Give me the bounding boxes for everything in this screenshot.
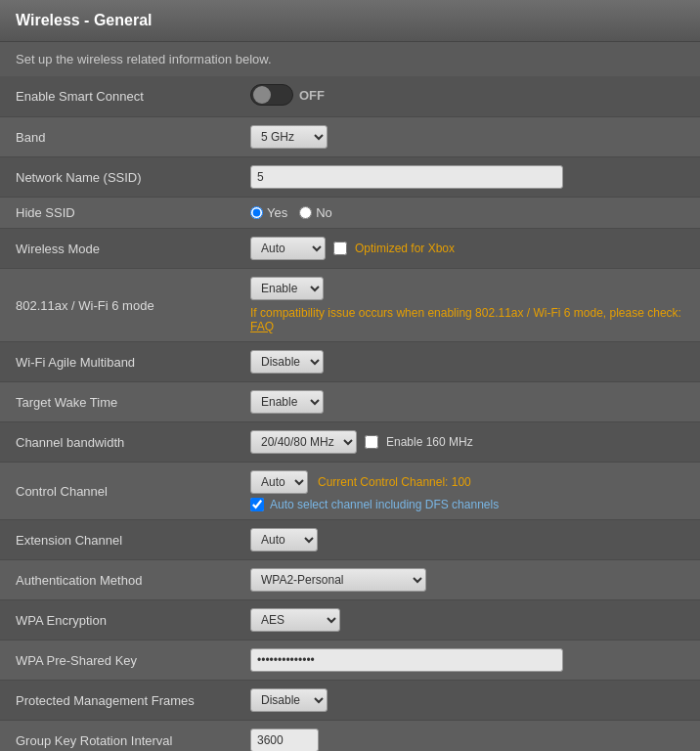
wifi6-info: If compatibility issue occurs when enabl… [250, 306, 684, 333]
ssid-label: Network Name (SSID) [0, 157, 235, 198]
hide-ssid-group: Yes No [250, 205, 684, 220]
pmf-label: Protected Management Frames [0, 681, 235, 721]
group-key-input[interactable] [250, 729, 319, 751]
band-label: Band [0, 117, 235, 157]
extension-channel-select[interactable]: Auto Above Below [250, 528, 318, 552]
hide-ssid-yes-label: Yes [267, 205, 287, 220]
extension-channel-label: Extension Channel [0, 520, 235, 560]
target-wake-select[interactable]: Enable Disable [250, 390, 324, 414]
auth-method-select[interactable]: WPA2-Personal WPA-Personal WPA3-Personal… [250, 568, 426, 592]
auth-method-label: Authentication Method [0, 560, 235, 600]
page-subtitle: Set up the wireless related information … [16, 52, 272, 66]
band-select[interactable]: 2.4 GHz 5 GHz 6 GHz [250, 125, 328, 149]
control-channel-label: Control Channel [0, 463, 235, 520]
wpa-encryption-label: WPA Encryption [0, 600, 235, 641]
group-key-label: Group Key Rotation Interval [0, 721, 235, 752]
channel-bw-label: Channel bandwidth [0, 422, 235, 463]
optimized-xbox-checkbox[interactable] [333, 242, 347, 255]
current-channel-text: Current Control Channel: 100 [318, 475, 471, 489]
ssid-input[interactable] [250, 165, 563, 189]
wireless-mode-label: Wireless Mode [0, 229, 235, 269]
auto-dfs-checkbox[interactable] [250, 498, 264, 511]
wpa-encryption-select[interactable]: AES TKIP TKIP+AES [250, 608, 340, 632]
smart-connect-toggle[interactable]: OFF [250, 84, 325, 106]
page-title: Wireless - General [16, 12, 684, 29]
wifi6-select[interactable]: Enable Disable [250, 277, 324, 300]
channel-bw-select[interactable]: 20/40/80 MHz 20 MHz 40 MHz 80 MHz 160 MH… [250, 430, 357, 454]
hide-ssid-no-radio[interactable] [299, 206, 312, 219]
wpa-key-label: WPA Pre-Shared Key [0, 641, 235, 681]
wifi6-label: 802.11ax / Wi-Fi 6 mode [0, 269, 235, 342]
wifi6-faq-link[interactable]: FAQ [250, 320, 274, 333]
smart-connect-label: Enable Smart Connect [0, 76, 235, 117]
wireless-mode-select[interactable]: Auto N only AC only [250, 237, 326, 260]
optimized-xbox-label: Optimized for Xbox [355, 242, 455, 255]
smart-connect-state: OFF [299, 88, 325, 103]
hide-ssid-no-label: No [316, 205, 332, 220]
hide-ssid-yes-radio[interactable] [250, 206, 263, 219]
hide-ssid-label: Hide SSID [0, 198, 235, 229]
pmf-select[interactable]: Disable Enable Capable [250, 688, 328, 712]
auto-dfs-label: Auto select channel including DFS channe… [270, 498, 499, 511]
agile-multiband-label: Wi-Fi Agile Multiband [0, 342, 235, 382]
agile-multiband-select[interactable]: Disable Enable [250, 350, 324, 374]
target-wake-label: Target Wake Time [0, 382, 235, 422]
control-channel-select[interactable]: Auto 36 40 44 100 [250, 470, 308, 494]
enable-160mhz-label: Enable 160 MHz [386, 435, 473, 449]
enable-160mhz-checkbox[interactable] [365, 435, 378, 449]
wpa-key-input[interactable] [250, 648, 563, 672]
